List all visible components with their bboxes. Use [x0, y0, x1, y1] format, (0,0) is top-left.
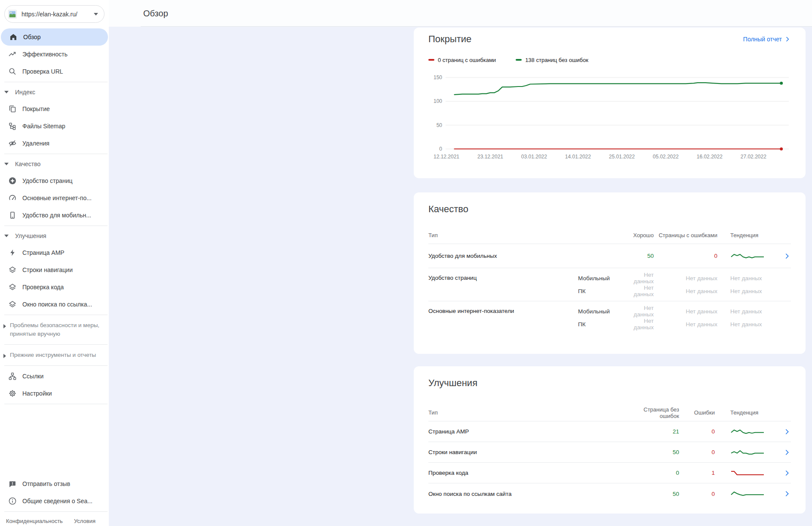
error-count: 0 [679, 491, 715, 497]
sidebar-item-mobile-usability[interactable]: Удобство для мобильн... [0, 207, 109, 224]
col-header-valid-pages: Страница без ошибок [627, 406, 679, 419]
sidebar-item-label: Страница AMP [22, 249, 65, 256]
sidebar-item-core-web-vitals[interactable]: Основные интернет-по... [0, 189, 109, 207]
sidebar-item-coverage[interactable]: Покрытие [0, 100, 109, 118]
device-label: ПК [578, 321, 626, 328]
improvements-row-breadcrumbs[interactable]: Строки навигации 50 0 [428, 442, 791, 463]
coverage-card: Покрытие Полный отчет 0 страниц с ошибка… [414, 28, 806, 178]
row-chevron[interactable] [775, 469, 791, 477]
row-chevron[interactable] [775, 449, 791, 456]
row-chevron[interactable] [775, 490, 791, 498]
sidebar-section-quality[interactable]: Качество [0, 156, 109, 172]
privacy-link[interactable]: Конфиденциальность [6, 518, 63, 524]
improvements-row-amp[interactable]: Страница AMP 21 0 [428, 421, 791, 442]
sidebar-section-index[interactable]: Индекс [0, 84, 109, 100]
col-header-type: Тип [428, 232, 578, 238]
section-title: Качество [15, 161, 40, 167]
improvements-row-sitelinks-searchbox[interactable]: Окно поиска по ссылкам сайта 50 0 [428, 483, 791, 504]
sidebar-item-overview[interactable]: Обзор [1, 28, 108, 46]
good-count: 50 [626, 253, 654, 259]
about-search-console-item[interactable]: Общие сведения о Sea... [0, 492, 109, 510]
sidebar-item-links[interactable]: Ссылки [0, 368, 109, 385]
trend-value: Нет данных [717, 275, 791, 282]
device-label: ПК [578, 288, 626, 294]
sidebar-divider [4, 154, 108, 154]
svg-text:0: 0 [439, 146, 442, 152]
svg-text:27.02.2022: 27.02.2022 [741, 154, 766, 160]
svg-text:150: 150 [434, 74, 442, 80]
smartphone-icon [8, 211, 17, 220]
legend-item-valid[interactable]: 138 страниц без ошибок [516, 57, 588, 63]
property-url: https://elan-kazak.ru/ [22, 11, 77, 18]
layers-icon [8, 300, 17, 309]
sidebar-item-sitelinks-searchbox[interactable]: Окно поиска по ссылка... [0, 296, 109, 313]
error-count: 0 [679, 428, 715, 435]
content-area: Покрытие Полный отчет 0 страниц с ошибка… [109, 27, 812, 526]
improvements-card: Улучшения Тип Страница без ошибок Ошибки… [414, 366, 806, 514]
sidebar-divider [4, 511, 108, 512]
sidebar-item-page-experience[interactable]: Удобство страниц [0, 172, 109, 189]
legend-item-errors[interactable]: 0 страниц с ошибками [428, 57, 496, 63]
sidebar-section-enhancements[interactable]: Улучшения [0, 228, 109, 244]
improvements-table: Тип Страница без ошибок Ошибки Тенденция… [428, 404, 791, 504]
section-title: Улучшения [15, 232, 46, 239]
improvements-row-unparsable[interactable]: Проверка кода 0 1 [428, 463, 791, 483]
quality-row-core-web-vitals: Основные интернет-показатели Мобильный Н… [428, 301, 791, 334]
trending-up-icon [8, 50, 17, 59]
sidebar-item-performance[interactable]: Эффективность [0, 46, 109, 63]
sidebar-item-removals[interactable]: Удаления [0, 135, 109, 152]
sidebar-item-label: Обзор [23, 34, 40, 40]
sidebar-item-unparsable[interactable]: Проверка кода [0, 278, 109, 296]
sidebar-item-amp[interactable]: Страница AMP [0, 244, 109, 261]
sidebar-item-url-inspection[interactable]: Проверка URL [0, 63, 109, 80]
send-feedback-item[interactable]: Отправить отзыв [0, 475, 109, 492]
improvements-table-header: Тип Страница без ошибок Ошибки Тенденция [428, 404, 791, 421]
legend-swatch-green [516, 59, 522, 61]
sidebar-section-legacy-tools[interactable]: Прежние инструменты и отчеты [0, 347, 109, 364]
terms-link[interactable]: Условия [74, 518, 95, 524]
full-report-link[interactable]: Полный отчет [743, 36, 791, 43]
sidebar-item-sitemaps[interactable]: Файлы Sitemap [0, 118, 109, 135]
sidebar-item-label: Удобство для мобильн... [22, 212, 91, 219]
sidebar-item-label: Строки навигации [22, 266, 73, 273]
section-title: Проблемы безопасности и меры, принятые в… [10, 321, 103, 338]
trend-value: Нет данных [717, 308, 791, 315]
col-header-error-pages: Страницы с ошибками [654, 232, 717, 238]
good-count: Нет данных [626, 318, 654, 331]
section-title: Прежние инструменты и отчеты [10, 351, 96, 359]
sidebar-item-settings[interactable]: Настройки [0, 385, 109, 402]
sidebar-item-label: Удобство страниц [22, 177, 73, 184]
property-caret-icon[interactable] [94, 13, 98, 15]
sidebar-item-label: Покрытие [22, 105, 50, 112]
row-label: Окно поиска по ссылкам сайта [428, 491, 627, 497]
row-label: Страница AMP [428, 428, 627, 435]
col-header-type: Тип [428, 409, 627, 416]
eye-off-icon [8, 139, 17, 148]
valid-count: 0 [627, 470, 679, 476]
good-count: Нет данных [626, 285, 654, 297]
sidebar-item-label: Файлы Sitemap [22, 123, 65, 130]
pages-icon [8, 105, 17, 113]
sidebar-divider [4, 365, 108, 366]
chevron-right-icon [783, 469, 791, 477]
sidebar-section-security[interactable]: Проблемы безопасности и меры, принятые в… [0, 317, 109, 343]
property-selector[interactable]: https://elan-kazak.ru/ [4, 5, 105, 23]
row-chevron[interactable] [775, 428, 791, 436]
chevron-right-icon [783, 449, 791, 456]
row-chevron[interactable] [775, 252, 791, 260]
quality-card-title: Качество [428, 204, 791, 215]
sidebar-item-breadcrumbs[interactable]: Строки навигации [0, 261, 109, 278]
error-count: 0 [654, 253, 717, 259]
svg-text:23.12.2021: 23.12.2021 [477, 154, 503, 160]
device-label: Мобильный [578, 275, 626, 282]
legal-links: Конфиденциальность Условия [0, 514, 109, 524]
sidebar-item-label: Настройки [22, 390, 52, 397]
site-favicon [8, 10, 17, 19]
trend-sparkline [730, 449, 765, 456]
legend-label: 138 страниц без ошибок [525, 57, 588, 63]
legend-swatch-red [428, 59, 434, 61]
sidebar-item-label: Окно поиска по ссылка... [22, 301, 92, 308]
sidebar-footer: Отправить отзыв Общие сведения о Sea... … [0, 475, 109, 524]
sidebar-divider [4, 404, 108, 404]
quality-row-mobile-usability[interactable]: Удобство для мобильных 50 0 [428, 244, 791, 268]
